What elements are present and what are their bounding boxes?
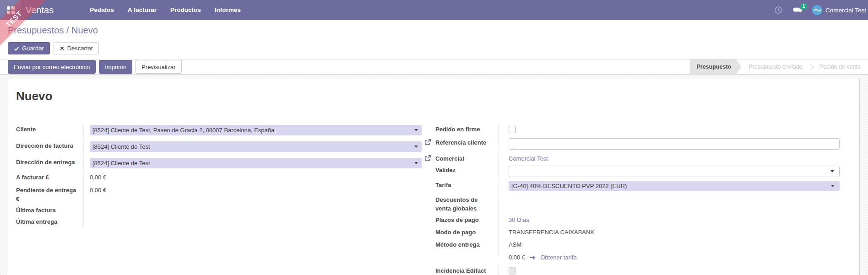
send-email-button[interactable]: Enviar por correo electrónico — [8, 60, 96, 74]
breadcrumb: Presupuestos / Nuevo — [8, 25, 868, 36]
field-label-metodo-entrega: Método entrega — [435, 239, 499, 252]
discard-button[interactable]: Descartar — [54, 42, 99, 54]
field-label-validez: Validez — [435, 164, 499, 177]
menu-informes[interactable]: Informes — [209, 0, 247, 20]
pedido-en-firme-checkbox[interactable] — [509, 126, 516, 133]
descuentos-globales-value — [499, 194, 840, 197]
user-avatar — [812, 5, 822, 15]
field-label-referencia-cliente: Referencia cliente — [435, 137, 499, 150]
breadcrumb-presupuestos[interactable]: Presupuestos — [8, 25, 64, 35]
top-navbar: Ventas Pedidos A facturar Productos Info… — [0, 0, 868, 20]
step-presupuesto[interactable]: Presupuesto — [689, 59, 741, 74]
field-label-ultima-entrega: Última entrega — [16, 216, 84, 227]
chevron-down-icon — [414, 146, 418, 148]
referencia-cliente-input[interactable] — [509, 138, 840, 150]
field-label-plazos-pago: Plazos de pago — [435, 214, 499, 226]
field-label-tarifa: Tarifa — [435, 179, 499, 192]
field-label-empty — [435, 252, 499, 256]
ultima-entrega-value — [84, 216, 422, 219]
ultima-factura-value — [84, 205, 422, 207]
main-menu: Pedidos A facturar Productos Informes — [84, 0, 247, 20]
tarifa-select[interactable]: [G-40] 40% DESCUENTO PVP 2022 (EUR) — [509, 181, 840, 191]
apps-grid-icon — [7, 6, 15, 14]
form-statusbar: Enviar por correo electrónico Imprimir P… — [0, 59, 868, 75]
apps-menu-button[interactable] — [0, 0, 21, 20]
field-label-a-facturar: A facturar € — [16, 172, 84, 184]
field-label-descuentos-globales: Descuentos de venta globales — [435, 194, 499, 214]
form-sheet: Nuevo Cliente [8524] Cliente de Test, Pa… — [8, 79, 860, 275]
status-pipeline: Presupuesto Presupuesto enviado Pedido d… — [689, 59, 868, 74]
field-label-direccion-entrega: Dirección de entrega — [16, 156, 84, 170]
app-brand[interactable]: Ventas — [22, 5, 57, 16]
user-name: Comercial Test — [825, 7, 866, 14]
control-panel: Presupuestos / Nuevo Guardar Descartar — [0, 20, 868, 59]
form-left-group: Cliente [8524] Cliente de Test, Paseo de… — [16, 124, 422, 275]
preview-button[interactable]: Previsualizar — [136, 60, 181, 74]
field-label-incidencia-edifact: Incidencia Edifact — [435, 265, 499, 275]
breadcrumb-separator: / — [66, 25, 71, 35]
external-link-icon[interactable] — [424, 155, 431, 162]
chevron-down-icon — [830, 170, 834, 173]
a-facturar-value: 0,00 € — [84, 172, 422, 184]
plazos-pago-value-link[interactable]: 30 Días — [509, 216, 529, 223]
step-pedido-de-venta[interactable]: Pedido de venta — [812, 59, 868, 74]
direccion-factura-input[interactable]: [8524] Cliente de Test — [90, 141, 422, 152]
menu-productos[interactable]: Productos — [164, 0, 207, 20]
field-label-comercial: Comercial — [435, 153, 499, 164]
menu-a-facturar[interactable]: A facturar — [122, 0, 163, 20]
tarifa-amount: 0,00 € — [509, 253, 525, 262]
page-content: Nuevo Cliente [8524] Cliente de Test, Pa… — [0, 75, 868, 275]
menu-pedidos[interactable]: Pedidos — [84, 0, 120, 20]
chevron-down-icon — [831, 185, 835, 187]
field-label-direccion-factura: Dirección de factura — [16, 140, 84, 155]
comercial-value-link[interactable]: Comercial Test — [509, 155, 548, 162]
statusbar-buttons: Enviar por correo electrónico Imprimir P… — [0, 60, 182, 74]
step-presupuesto-enviado[interactable]: Presupuesto enviado — [741, 59, 809, 74]
form-right-group: Pedido en firme Referencia cliente — [435, 124, 840, 275]
control-panel-buttons: Guardar Descartar — [8, 42, 868, 54]
user-menu[interactable]: Comercial Test — [812, 5, 866, 15]
activities-clock-icon[interactable] — [774, 5, 783, 15]
validez-select[interactable] — [509, 166, 840, 177]
close-icon — [60, 46, 65, 51]
messages-chat-icon[interactable]: 1 — [793, 5, 802, 15]
record-title: Nuevo — [16, 89, 859, 103]
modo-pago-value: TRANSFERENCIA CAIXABANK — [499, 226, 840, 239]
incidencia-edifact-checkbox[interactable] — [509, 267, 516, 275]
field-label-modo-pago: Modo de pago — [435, 226, 499, 239]
obtener-tarifa-link[interactable]: Obtener tarifa — [540, 253, 577, 262]
external-link-icon[interactable] — [424, 139, 431, 146]
check-icon — [14, 46, 19, 51]
pendiente-entrega-value: 0,00 € — [84, 184, 422, 196]
field-label-pendiente-entrega: Pendiente de entrega € — [16, 184, 84, 205]
text-cursor — [275, 127, 275, 133]
metodo-entrega-value: ASM — [499, 239, 840, 252]
message-count-badge: 1 — [800, 3, 807, 10]
navbar-systray: 1 Comercial Test — [774, 5, 868, 15]
field-label-cliente: Cliente — [16, 124, 84, 138]
field-label-pedido-en-firme: Pedido en firme — [435, 124, 499, 137]
field-label-ultima-factura: Última factura — [16, 205, 84, 216]
arrow-right-icon — [529, 255, 536, 260]
chevron-down-icon — [414, 129, 418, 131]
print-button[interactable]: Imprimir — [99, 60, 132, 74]
chevron-down-icon — [414, 162, 418, 164]
breadcrumb-current: Nuevo — [71, 25, 98, 35]
direccion-entrega-input[interactable]: [8524] Cliente de Test — [90, 158, 422, 168]
save-button[interactable]: Guardar — [8, 42, 50, 54]
cliente-input[interactable]: [8524] Cliente de Test, Paseo de Gracia … — [90, 125, 422, 135]
